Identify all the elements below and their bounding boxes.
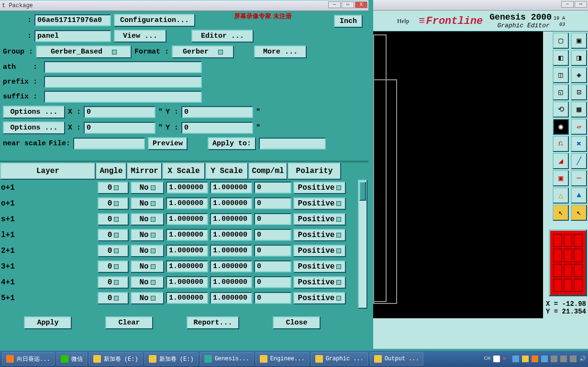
angle-dropdown[interactable]: 0: [98, 276, 129, 289]
tray-icon[interactable]: [493, 356, 500, 362]
polarity-dropdown[interactable]: Positive: [293, 245, 346, 257]
mirror-dropdown[interactable]: No: [131, 245, 164, 257]
tool-icon[interactable]: ╱: [571, 153, 587, 169]
taskbar-item[interactable]: Enginee...: [255, 352, 309, 366]
tool-icon[interactable]: △: [553, 187, 569, 204]
panel-preview[interactable]: [549, 229, 587, 296]
xscale-field[interactable]: [166, 260, 208, 272]
comp-field[interactable]: [254, 182, 291, 194]
minimize-button[interactable]: —: [561, 1, 574, 8]
taskbar-item[interactable]: Genesis...: [200, 352, 254, 366]
apply-to-field[interactable]: [259, 138, 326, 150]
tool-icon[interactable]: ▣: [553, 170, 569, 186]
grid-scrollbar[interactable]: [358, 180, 367, 309]
tool-icon[interactable]: ▲: [571, 187, 587, 204]
polarity-dropdown[interactable]: Positive: [293, 197, 346, 210]
polarity-dropdown[interactable]: Positive: [293, 229, 346, 241]
taskbar-item[interactable]: 向日葵远...: [2, 352, 55, 366]
preview-button[interactable]: Preview: [148, 137, 188, 150]
angle-dropdown[interactable]: 0: [98, 197, 129, 210]
minimize-button[interactable]: —: [328, 1, 341, 8]
comp-field[interactable]: [254, 213, 291, 225]
comp-field[interactable]: [254, 245, 291, 257]
tray-icon[interactable]: [560, 356, 567, 362]
tray-icon[interactable]: [551, 356, 557, 362]
tool-icon[interactable]: ◨: [571, 50, 587, 66]
angle-dropdown[interactable]: 0: [98, 229, 129, 241]
cursor-tool-icon[interactable]: ↖: [571, 205, 587, 221]
options2-button[interactable]: Options ...: [3, 121, 65, 134]
tray-icon[interactable]: [570, 356, 577, 362]
angle-dropdown[interactable]: 0: [98, 292, 129, 304]
volume-icon[interactable]: 🔊: [579, 356, 586, 362]
path-field[interactable]: [44, 61, 202, 73]
editor-button[interactable]: Editor ...: [191, 30, 254, 43]
mirror-dropdown[interactable]: No: [131, 213, 164, 226]
yscale-field[interactable]: [210, 213, 252, 225]
angle-dropdown[interactable]: 0: [98, 260, 129, 273]
cursor-tool-icon[interactable]: ↖: [553, 205, 569, 221]
comp-field[interactable]: [254, 276, 291, 288]
taskbar-item[interactable]: 新加卷 (E:): [89, 352, 143, 366]
yscale-field[interactable]: [210, 229, 252, 241]
xscale-field[interactable]: [166, 245, 208, 257]
lang-indicator[interactable]: CH: [484, 356, 490, 362]
y2-field[interactable]: [181, 122, 253, 134]
taskbar-item[interactable]: Output ...: [370, 352, 423, 366]
tool-icon[interactable]: ▢: [553, 32, 569, 49]
taskbar-item[interactable]: Graphic ...: [311, 352, 368, 366]
polarity-dropdown[interactable]: Positive: [293, 182, 346, 194]
mirror-dropdown[interactable]: No: [131, 276, 164, 289]
xscale-field[interactable]: [166, 197, 208, 209]
mirror-dropdown[interactable]: No: [131, 182, 164, 194]
tool-icon[interactable]: ◢: [553, 153, 569, 169]
tool-icon[interactable]: ◫: [553, 67, 569, 83]
xscale-field[interactable]: [166, 229, 208, 241]
system-tray[interactable]: CH ✖ 🔊: [484, 356, 586, 362]
yscale-field[interactable]: [210, 182, 252, 194]
tool-icon[interactable]: ✖: [571, 136, 587, 152]
configuration-button[interactable]: Configuration...: [114, 14, 195, 27]
comp-field[interactable]: [254, 260, 291, 272]
apply-button[interactable]: Apply: [24, 316, 72, 329]
step-field[interactable]: [34, 30, 111, 42]
comp-field[interactable]: [254, 197, 291, 209]
polarity-dropdown[interactable]: Positive: [293, 276, 346, 289]
clear-button[interactable]: Clear: [105, 316, 153, 329]
prefix-field[interactable]: [44, 76, 202, 88]
x2-field[interactable]: [84, 122, 155, 134]
tray-icon[interactable]: [532, 356, 538, 362]
polarity-dropdown[interactable]: Positive: [293, 292, 346, 304]
mirror-dropdown[interactable]: No: [131, 292, 164, 304]
mirror-dropdown[interactable]: No: [131, 229, 164, 241]
maximize-button[interactable]: ▭: [342, 1, 354, 8]
file-field[interactable]: [73, 138, 145, 150]
xscale-field[interactable]: [166, 292, 208, 304]
tool-icon[interactable]: ◉: [553, 119, 569, 135]
comp-field[interactable]: [254, 229, 291, 241]
mirror-dropdown[interactable]: No: [131, 260, 164, 273]
polarity-dropdown[interactable]: Positive: [293, 213, 346, 226]
tray-icon[interactable]: [522, 356, 529, 362]
unit-button[interactable]: Inch: [334, 15, 363, 28]
x1-field[interactable]: [84, 106, 155, 118]
tool-icon[interactable]: —: [571, 170, 587, 186]
xscale-field[interactable]: [166, 276, 208, 288]
yscale-field[interactable]: [210, 292, 252, 304]
scrollbar-thumb[interactable]: [359, 182, 366, 201]
yscale-field[interactable]: [210, 245, 252, 257]
yscale-field[interactable]: [210, 197, 252, 209]
group-dropdown[interactable]: Gerber_Based: [36, 45, 132, 58]
tool-icon[interactable]: ⊡: [571, 84, 587, 100]
tool-icon[interactable]: ▣: [571, 32, 587, 49]
tool-icon[interactable]: ◧: [553, 50, 569, 66]
tool-icon[interactable]: ◱: [553, 84, 569, 100]
format-dropdown[interactable]: Gerber: [172, 45, 234, 58]
comp-field[interactable]: [254, 292, 291, 304]
yscale-field[interactable]: [210, 260, 252, 272]
taskbar-item[interactable]: 新加卷 (E:): [144, 352, 198, 366]
polarity-dropdown[interactable]: Positive: [293, 260, 346, 273]
help-menu[interactable]: Help: [397, 17, 409, 25]
apply-to-button[interactable]: Apply to:: [208, 137, 256, 150]
angle-dropdown[interactable]: 0: [98, 213, 129, 226]
